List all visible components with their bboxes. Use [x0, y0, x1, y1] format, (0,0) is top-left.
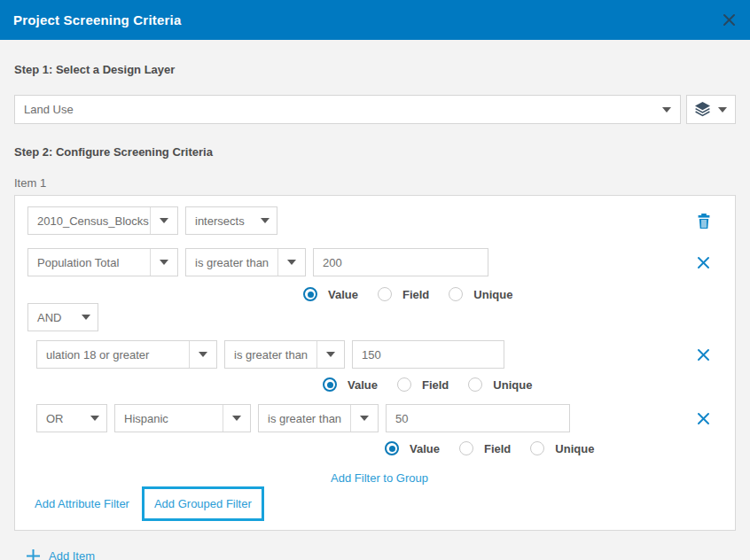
close-x-icon [697, 348, 710, 362]
radio-unselected-icon [459, 441, 473, 455]
mode-radio-group-3: Value Field Unique [385, 439, 723, 457]
group-value-input-1[interactable] [352, 340, 504, 369]
group-conjunction-select[interactable]: OR [36, 404, 107, 432]
screening-layer-value: 2010_Census_Blocks [28, 207, 150, 234]
radio-field-1[interactable]: Field [378, 287, 429, 301]
chevron-down-icon [83, 405, 106, 432]
layers-icon [688, 96, 711, 123]
add-item-label: Add Item [49, 549, 95, 560]
close-x-icon [697, 256, 710, 269]
group-field-select-1[interactable]: ulation 18 or greater [36, 340, 217, 369]
plus-icon [26, 548, 41, 560]
group-field-value-1: ulation 18 or greater [37, 341, 189, 368]
radio-value-2[interactable]: Value [323, 377, 378, 392]
radio-selected-icon [303, 287, 317, 301]
field-select-1[interactable]: Population Total [27, 248, 178, 276]
spatial-operator-select[interactable]: intersects [185, 206, 277, 235]
chevron-down-icon [150, 249, 177, 276]
chevron-down-icon [223, 405, 250, 432]
attribute-filter-row-1: Population Total is greater than [27, 248, 723, 276]
radio-unselected-icon [449, 287, 463, 301]
remove-group-filter-button-2[interactable] [697, 412, 710, 425]
radio-value-3[interactable]: Value [385, 441, 440, 455]
screening-layer-select[interactable]: 2010_Census_Blocks [27, 206, 178, 235]
grouped-filters: ulation 18 or greater is greater than [36, 340, 723, 485]
add-filter-to-group-row: Add Filter to Group [36, 471, 723, 485]
chevron-down-icon [150, 207, 177, 234]
item-panel: 2010_Census_Blocks intersects [14, 195, 736, 531]
dialog-header: Project Screening Criteria [0, 0, 750, 40]
radio-field-3[interactable]: Field [459, 441, 511, 455]
trash-icon [698, 214, 710, 229]
filter-actions-row: Add Attribute Filter Add Grouped Filter [27, 486, 723, 521]
project-screening-dialog: Project Screening Criteria Step 1: Selec… [0, 0, 750, 560]
mode-radio-group-2: Value Field Unique [323, 376, 723, 393]
group-filter-row-1: ulation 18 or greater is greater than [36, 340, 723, 369]
spatial-operator-value: intersects [186, 207, 254, 234]
mode-radio-group-1: Value Field Unique [303, 285, 723, 303]
dialog-title: Project Screening Criteria [13, 12, 181, 27]
chevron-down-icon [277, 249, 305, 276]
operator-value-1: is greater than [186, 249, 277, 276]
group-operator-select-1[interactable]: is greater than [224, 340, 345, 369]
remove-filter-button-1[interactable] [697, 256, 710, 269]
step2-label: Step 2: Configure Screening Criteria [14, 145, 736, 159]
delete-item-button[interactable] [698, 214, 710, 229]
chevron-down-icon [350, 405, 378, 432]
add-grouped-filter-link[interactable]: Add Grouped Filter [154, 497, 252, 510]
conjunction-row: AND [27, 303, 723, 331]
add-item-button[interactable]: Add Item [14, 548, 736, 560]
item-label: Item 1 [14, 176, 736, 190]
conjunction-value: AND [28, 304, 74, 331]
close-x-icon [697, 412, 710, 425]
design-layer-select[interactable]: Land Use [14, 95, 681, 124]
field-value-1: Population Total [28, 249, 150, 276]
chevron-down-icon [189, 341, 216, 368]
close-icon[interactable] [722, 12, 737, 27]
operator-select-1[interactable]: is greater than [185, 248, 306, 276]
chevron-down-icon [653, 96, 680, 123]
remove-group-filter-button-1[interactable] [697, 348, 710, 362]
group-operator-select-2[interactable]: is greater than [258, 404, 379, 432]
add-filter-to-group-link[interactable]: Add Filter to Group [331, 471, 428, 485]
group-conjunction-value: OR [37, 405, 83, 432]
dialog-body: Step 1: Select a Design Layer Land Use S… [0, 63, 750, 560]
radio-unselected-icon [378, 287, 392, 301]
radio-field-2[interactable]: Field [397, 377, 449, 392]
radio-unique-2[interactable]: Unique [468, 377, 532, 392]
radio-selected-icon [385, 441, 399, 455]
group-operator-value-2: is greater than [259, 405, 350, 432]
radio-unselected-icon [468, 377, 482, 392]
step1-label: Step 1: Select a Design Layer [14, 63, 736, 76]
radio-unique-3[interactable]: Unique [530, 441, 594, 455]
conjunction-select[interactable]: AND [27, 303, 98, 331]
group-filter-row-2: OR Hispanic is greater than [36, 404, 723, 432]
group-operator-value-1: is greater than [225, 341, 316, 368]
design-layer-value: Land Use [15, 96, 653, 123]
value-input-1[interactable] [313, 248, 488, 276]
chevron-down-icon [74, 304, 98, 331]
group-field-value-2: Hispanic [115, 405, 223, 432]
spatial-filter-row: 2010_Census_Blocks intersects [27, 206, 723, 235]
design-layer-row: Land Use [14, 95, 736, 124]
radio-unselected-icon [530, 441, 544, 455]
group-field-select-2[interactable]: Hispanic [114, 404, 251, 432]
add-attribute-filter-link[interactable]: Add Attribute Filter [35, 497, 129, 510]
add-grouped-filter-highlight: Add Grouped Filter [142, 486, 264, 521]
chevron-down-icon [254, 207, 277, 234]
layer-options-button[interactable] [686, 95, 736, 124]
chevron-down-icon [316, 341, 344, 368]
radio-unselected-icon [397, 377, 411, 392]
radio-value-1[interactable]: Value [303, 287, 358, 301]
chevron-down-icon [711, 96, 734, 123]
group-value-input-2[interactable] [386, 404, 570, 432]
radio-unique-1[interactable]: Unique [449, 287, 512, 301]
radio-selected-icon [323, 377, 337, 392]
